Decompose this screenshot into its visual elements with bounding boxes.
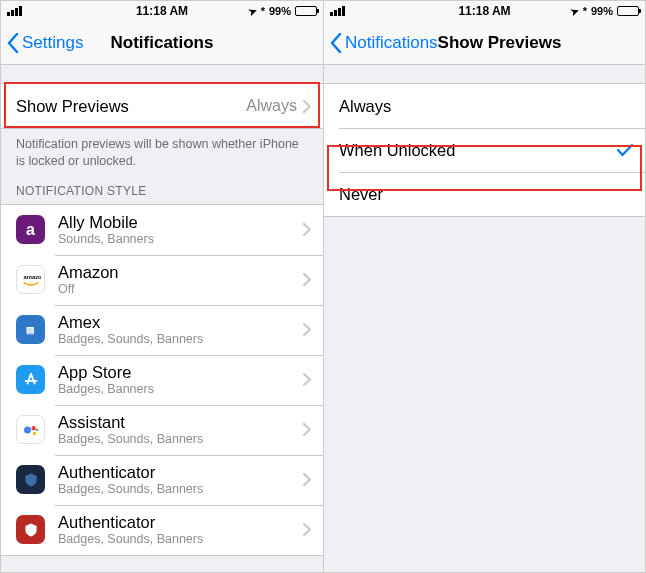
app-text: AuthenticatorBadges, Sounds, Banners xyxy=(58,463,297,496)
app-detail: Badges, Banners xyxy=(58,382,297,396)
svg-text:amazon: amazon xyxy=(23,274,41,280)
show-previews-value: Always xyxy=(246,97,297,115)
app-list: aAlly MobileSounds, BannersamazonAmazonO… xyxy=(1,204,323,556)
chevron-right-icon xyxy=(303,373,311,386)
amazon-icon: amazon xyxy=(16,265,45,294)
battery-icon xyxy=(295,6,317,16)
app-row[interactable]: ▤AmexBadges, Sounds, Banners xyxy=(1,305,323,355)
app-text: AuthenticatorBadges, Sounds, Banners xyxy=(58,513,297,546)
svg-point-4 xyxy=(35,429,37,431)
svg-point-1 xyxy=(24,426,31,433)
option-label: Never xyxy=(339,185,633,204)
chevron-right-icon xyxy=(303,273,311,286)
phone-right: 11:18 AM ➤ * 99% Notifications Show Prev… xyxy=(323,1,645,572)
chevron-left-icon xyxy=(330,33,342,53)
app-name: App Store xyxy=(58,363,297,382)
app-text: AmazonOff xyxy=(58,263,297,296)
authenticator-icon xyxy=(16,515,45,544)
chevron-left-icon xyxy=(7,33,19,53)
app-row[interactable]: AssistantBadges, Sounds, Banners xyxy=(1,405,323,455)
nav-bar: Settings Notifications xyxy=(1,21,323,65)
content-left: Show Previews Always Notification previe… xyxy=(1,65,323,572)
app-row[interactable]: aAlly MobileSounds, Banners xyxy=(1,205,323,255)
option-label: When Unlocked xyxy=(339,141,617,160)
preview-option-row[interactable]: Never xyxy=(324,172,645,216)
signal-icon xyxy=(7,6,22,16)
nav-bar: Notifications Show Previews xyxy=(324,21,645,65)
app-text: AssistantBadges, Sounds, Banners xyxy=(58,413,297,446)
show-previews-footer: Notification previews will be shown whet… xyxy=(1,129,323,178)
app-name: Authenticator xyxy=(58,463,297,482)
app-detail: Off xyxy=(58,282,297,296)
status-right: ➤ * 99% xyxy=(571,5,639,17)
chevron-right-icon xyxy=(303,323,311,336)
back-label: Settings xyxy=(22,33,83,53)
chevron-right-icon xyxy=(303,473,311,486)
assistant-icon xyxy=(16,415,45,444)
app-name: Ally Mobile xyxy=(58,213,297,232)
app-text: AmexBadges, Sounds, Banners xyxy=(58,313,297,346)
signal-icon xyxy=(330,6,345,16)
status-bar: 11:18 AM ➤ * 99% xyxy=(324,1,645,21)
app-detail: Badges, Sounds, Banners xyxy=(58,332,297,346)
content-right: AlwaysWhen UnlockedNever xyxy=(324,65,645,572)
app-detail: Sounds, Banners xyxy=(58,232,297,246)
svg-point-3 xyxy=(32,432,36,436)
app-row[interactable]: App StoreBadges, Banners xyxy=(1,355,323,405)
app-name: Amazon xyxy=(58,263,297,282)
bluetooth-icon: * xyxy=(261,5,265,17)
app-row[interactable]: amazonAmazonOff xyxy=(1,255,323,305)
app-detail: Badges, Sounds, Banners xyxy=(58,532,297,546)
authenticator-icon xyxy=(16,465,45,494)
chevron-right-icon xyxy=(303,423,311,436)
show-previews-row[interactable]: Show Previews Always xyxy=(1,84,323,128)
back-button[interactable]: Notifications xyxy=(330,33,438,53)
phone-left: 11:18 AM ➤ * 99% Settings Notifications … xyxy=(1,1,323,572)
app-name: Authenticator xyxy=(58,513,297,532)
status-right: ➤ * 99% xyxy=(249,5,317,17)
svg-point-2 xyxy=(31,426,35,430)
back-button[interactable]: Settings xyxy=(7,33,83,53)
ally-mobile-icon: a xyxy=(16,215,45,244)
option-label: Always xyxy=(339,97,633,116)
show-previews-label: Show Previews xyxy=(16,97,246,116)
app-name: Assistant xyxy=(58,413,297,432)
battery-icon xyxy=(617,6,639,16)
preview-options-list: AlwaysWhen UnlockedNever xyxy=(324,83,645,217)
chevron-right-icon xyxy=(303,100,311,113)
app-text: App StoreBadges, Banners xyxy=(58,363,297,396)
app-name: Amex xyxy=(58,313,297,332)
back-label: Notifications xyxy=(345,33,438,53)
location-icon: ➤ xyxy=(569,4,580,17)
chevron-right-icon xyxy=(303,223,311,236)
status-left xyxy=(330,6,345,16)
battery-pct: 99% xyxy=(269,5,291,17)
bluetooth-icon: * xyxy=(583,5,587,17)
amex-icon: ▤ xyxy=(16,315,45,344)
app-detail: Badges, Sounds, Banners xyxy=(58,482,297,496)
show-previews-group: Show Previews Always xyxy=(1,83,323,129)
chevron-right-icon xyxy=(303,523,311,536)
app-row[interactable]: AuthenticatorBadges, Sounds, Banners xyxy=(1,455,323,505)
preview-option-row[interactable]: Always xyxy=(324,84,645,128)
app-store-icon xyxy=(16,365,45,394)
status-left xyxy=(7,6,22,16)
checkmark-icon xyxy=(617,143,633,157)
app-detail: Badges, Sounds, Banners xyxy=(58,432,297,446)
status-bar: 11:18 AM ➤ * 99% xyxy=(1,1,323,21)
notification-style-header: NOTIFICATION STYLE xyxy=(1,178,323,204)
location-icon: ➤ xyxy=(247,4,258,17)
app-row[interactable]: AuthenticatorBadges, Sounds, Banners xyxy=(1,505,323,555)
app-text: Ally MobileSounds, Banners xyxy=(58,213,297,246)
battery-pct: 99% xyxy=(591,5,613,17)
preview-option-row[interactable]: When Unlocked xyxy=(324,128,645,172)
